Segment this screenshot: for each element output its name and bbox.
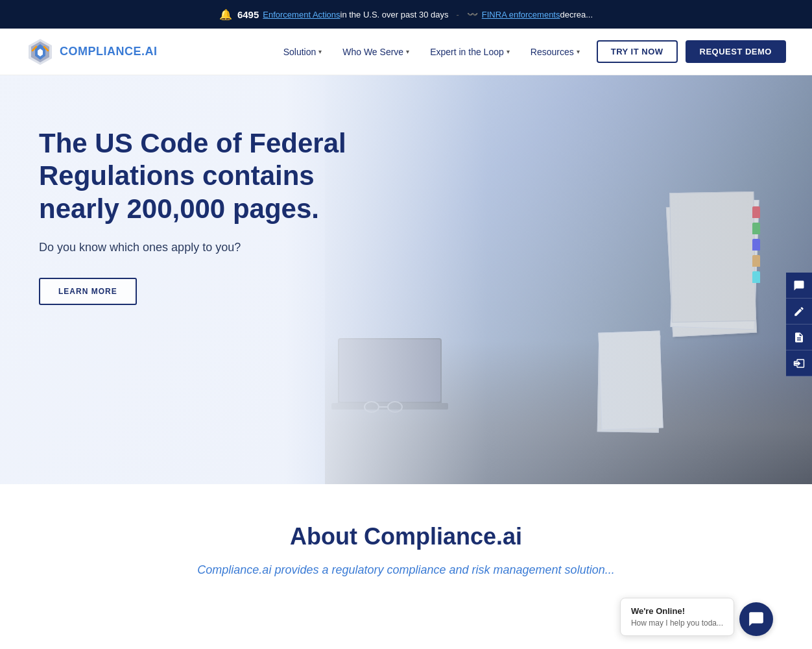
nav-links: Solution ▾ Who We Serve ▾ Expert in the …	[274, 40, 786, 63]
ticker-pulse-icon: 〰️	[467, 9, 478, 19]
nav-item-solution[interactable]: Solution ▾	[274, 42, 331, 62]
nav-item-who-we-serve[interactable]: Who We Serve ▾	[333, 42, 418, 62]
hero-section: The US Code of Federal Regulations conta…	[0, 75, 812, 484]
chat-bubble: We're Online! How may I help you toda...	[620, 598, 734, 603]
ticker-bell-icon: 🔔	[219, 8, 232, 21]
hero-subtext: Do you know which ones apply to you?	[39, 241, 350, 254]
sidebar-icons	[786, 273, 812, 376]
chevron-down-icon: ▾	[507, 48, 510, 55]
ticker-bar: 🔔 6495 Enforcement Actions in the U.S. o…	[0, 0, 812, 29]
nav-item-resources[interactable]: Resources ▾	[521, 42, 589, 62]
chevron-down-icon: ▾	[406, 48, 409, 55]
about-section: About Compliance.ai Compliance.ai provid…	[0, 484, 812, 603]
chat-avatar-button[interactable]	[739, 602, 773, 603]
nav-item-expert-loop[interactable]: Expert in the Loop ▾	[421, 42, 519, 62]
logo-text: COMPLIANCE.AI	[60, 45, 158, 58]
ticker-number: 6495	[237, 9, 259, 20]
navbar: COMPLIANCE.AI Solution ▾ Who We Serve ▾ …	[0, 29, 812, 75]
chevron-down-icon: ▾	[577, 48, 580, 55]
ticker-finra-suffix: decrea...	[560, 10, 593, 19]
sidebar-edit-icon[interactable]	[786, 299, 812, 324]
logo[interactable]: COMPLIANCE.AI	[26, 38, 158, 66]
hero-heading: The US Code of Federal Regulations conta…	[39, 127, 350, 225]
ticker-divider: -	[456, 10, 459, 19]
try-it-now-button[interactable]: TRY IT NOW	[597, 40, 678, 63]
ticker-finra-link[interactable]: FINRA enforcements	[482, 10, 560, 19]
logo-icon	[26, 38, 54, 66]
ticker-enforcement-link[interactable]: Enforcement Actions	[263, 10, 340, 19]
chevron-down-icon: ▾	[318, 48, 322, 55]
sidebar-document-icon[interactable]	[786, 324, 812, 350]
about-heading: About Compliance.ai	[26, 523, 786, 550]
learn-more-button[interactable]: LEARN MORE	[39, 278, 137, 305]
sidebar-comment-icon[interactable]	[786, 273, 812, 299]
sidebar-login-icon[interactable]	[786, 350, 812, 376]
about-subtext: Compliance.ai provides a regulatory comp…	[147, 563, 665, 577]
ticker-in-us-text: in the U.S. over past 30 days	[340, 10, 449, 19]
request-demo-button[interactable]: REQUEST DEMO	[686, 40, 786, 63]
hero-content: The US Code of Federal Regulations conta…	[0, 75, 389, 357]
chat-widget: We're Online! How may I help you toda...	[620, 598, 773, 603]
